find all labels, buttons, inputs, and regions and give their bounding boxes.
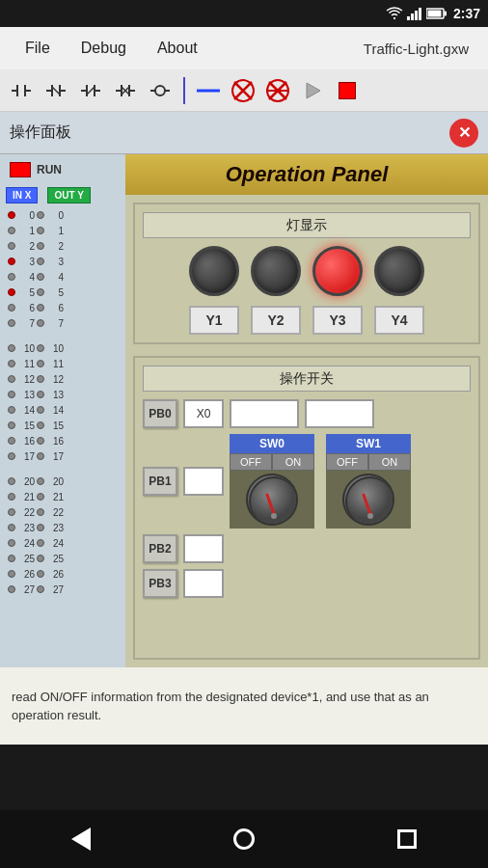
io-rows-group2: 10 10 11 11 12 12 13: [2, 339, 123, 466]
menu-about[interactable]: About: [142, 32, 213, 65]
switch-section: 操作开关 PB0 X0 PB1: [133, 356, 480, 660]
light-y4: [374, 246, 424, 296]
sw0-knob[interactable]: [246, 474, 298, 526]
io-row-20: 20 20: [6, 474, 120, 489]
nav-recents-button[interactable]: [388, 820, 426, 858]
svg-point-29: [155, 86, 165, 95]
toolbar-x2-btn[interactable]: [262, 75, 293, 106]
toolbar-nc4[interactable]: [110, 75, 141, 106]
toolbar-play-btn[interactable]: [297, 75, 328, 106]
sw1-on-btn[interactable]: ON: [368, 453, 411, 471]
light-y2: [251, 246, 301, 296]
io-row-5: 5 5: [6, 285, 120, 300]
bottom-text-area: read ON/OFF information from the designa…: [0, 667, 488, 745]
light-label-y4[interactable]: Y4: [374, 306, 424, 335]
light-labels-row: Y1 Y2 Y3 Y4: [143, 306, 471, 335]
pb1-input: [183, 467, 224, 496]
in-dot-7: [8, 319, 15, 327]
toolbar: [0, 69, 488, 112]
stop-icon: [339, 82, 356, 99]
svg-rect-5: [444, 12, 447, 16]
menu-debug[interactable]: Debug: [66, 32, 142, 65]
io-row-13: 13 13: [6, 387, 120, 402]
io-rows-group1: 0 0 1 1 2 2 3: [2, 205, 123, 333]
battery-icon: [426, 8, 447, 19]
io-row-6: 6 6: [6, 300, 120, 315]
run-row: RUN: [2, 158, 123, 185]
io-row-14: 14 14: [6, 402, 120, 418]
pb2-button[interactable]: PB2: [143, 534, 177, 563]
svg-point-44: [367, 513, 373, 519]
toolbar-stop-btn[interactable]: [332, 75, 363, 106]
sw0-off-btn[interactable]: OFF: [230, 453, 272, 471]
main-area: 操作面板 ✕ RUN IN X OUT Y 0: [0, 112, 488, 667]
io-row-1: 1 1: [6, 223, 120, 238]
nav-back-button[interactable]: [62, 820, 100, 858]
svg-rect-6: [427, 11, 441, 17]
light-y1: [189, 246, 239, 296]
run-label: RUN: [37, 163, 62, 176]
pb0-input[interactable]: X0: [183, 399, 224, 428]
in-header: IN X: [6, 187, 38, 203]
io-headers: IN X OUT Y: [2, 185, 123, 205]
io-row-12: 12 12: [6, 371, 120, 387]
svg-line-15: [52, 87, 60, 95]
svg-point-41: [271, 513, 277, 519]
status-icons: [386, 7, 447, 20]
status-time: 2:37: [453, 6, 480, 21]
light-label-y3[interactable]: Y3: [312, 306, 363, 335]
svg-rect-3: [419, 8, 421, 20]
light-label-y2[interactable]: Y2: [251, 306, 301, 335]
sw0-title: SW0: [230, 434, 314, 453]
switch-section-title: 操作开关: [280, 370, 334, 386]
io-row-16: 16 16: [6, 433, 120, 448]
sw0-on-btn[interactable]: ON: [272, 453, 314, 471]
io-row-26: 26 26: [6, 566, 120, 582]
toolbar-x1-btn[interactable]: [228, 75, 258, 106]
svg-rect-1: [411, 14, 414, 20]
io-row-24: 24 24: [6, 535, 120, 551]
switch-section-title-box: 操作开关: [143, 366, 471, 392]
toolbar-divider: [183, 77, 185, 104]
pb1-row: PB1 SW0 OFF ON: [143, 434, 471, 529]
in-dot-4: [8, 273, 15, 281]
io-row-10: 10 10: [6, 340, 120, 356]
pb3-button[interactable]: PB3: [143, 569, 177, 598]
bottom-text: read ON/OFF information from the designa…: [12, 688, 476, 725]
in-dot-6: [8, 304, 15, 312]
in-dot-5: [8, 288, 15, 296]
nav-bar: [0, 810, 488, 868]
io-row-25: 25 25: [6, 551, 120, 566]
light-section: 灯显示 Y1 Y2 Y3 Y4: [133, 203, 480, 344]
io-sidebar: RUN IN X OUT Y 0 0 1 1: [0, 154, 125, 667]
toolbar-coil[interactable]: [145, 75, 176, 106]
sw1-off-on: OFF ON: [326, 453, 411, 471]
nav-home-button[interactable]: [225, 820, 263, 858]
toolbar-nc3[interactable]: [75, 75, 106, 106]
io-row-27: 27 27: [6, 582, 120, 597]
dialog-title: 操作面板: [10, 122, 449, 143]
io-rows-group3: 20 20 21 21 22 22 23: [2, 472, 123, 599]
pb0-extra2: [305, 399, 374, 428]
operation-panel: Operation Panel 灯显示 Y1 Y2 Y3 Y4: [125, 154, 488, 667]
panel-container: RUN IN X OUT Y 0 0 1 1: [0, 154, 488, 667]
toolbar-nc1[interactable]: [6, 75, 37, 106]
pb1-button[interactable]: PB1: [143, 467, 177, 496]
pb0-button[interactable]: PB0: [143, 399, 177, 428]
io-row-17: 17 17: [6, 448, 120, 464]
io-row-3: 3 3: [6, 254, 120, 269]
in-dot-3: [8, 258, 15, 265]
sw1-knob[interactable]: [342, 474, 394, 526]
io-row-0: 0 0: [6, 207, 120, 223]
out-dot-7: [37, 319, 44, 327]
dialog-close-button[interactable]: ✕: [449, 119, 478, 148]
dialog-title-bar: 操作面板 ✕: [0, 112, 488, 154]
run-indicator: [10, 162, 31, 177]
status-bar: 2:37: [0, 0, 488, 27]
toolbar-line-btn[interactable]: [193, 75, 224, 106]
light-label-y1[interactable]: Y1: [189, 306, 239, 335]
menu-file[interactable]: File: [10, 32, 66, 65]
op-panel-title: Operation Panel: [226, 162, 389, 186]
sw1-off-btn[interactable]: OFF: [326, 453, 368, 471]
toolbar-nc2[interactable]: [41, 75, 71, 106]
